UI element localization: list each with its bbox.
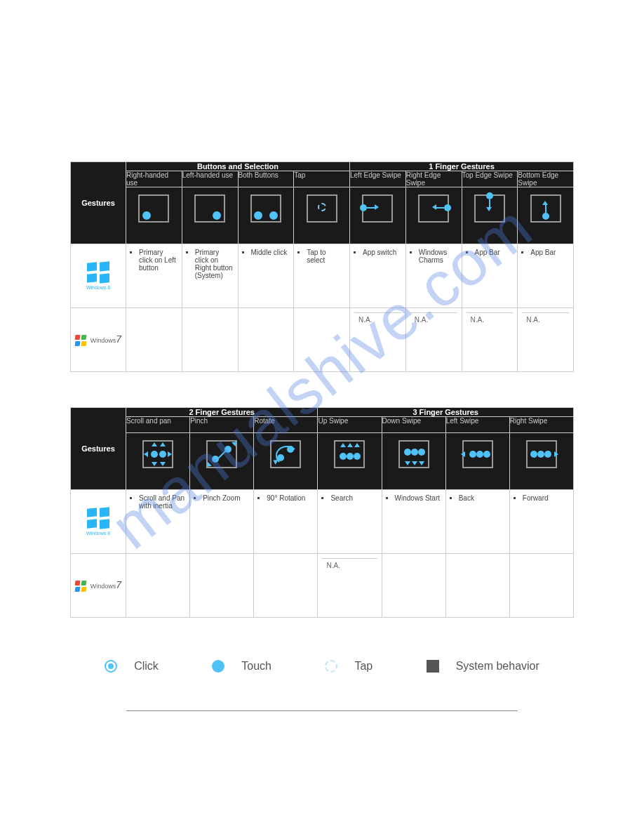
gesture-icon-down-swipe — [382, 433, 445, 490]
behavior-cell — [294, 308, 350, 372]
windows7-logo-icon: Windows7 — [75, 579, 121, 591]
gestures-row-label: Gestures — [71, 162, 126, 244]
os-windows8-cell: Windows 8 — [71, 490, 126, 554]
legend-click: Click — [92, 660, 171, 673]
behavior-cell: Windows Start — [382, 490, 445, 554]
gesture-icon-up-swipe — [318, 433, 382, 490]
gesture-icon-bottom-edge-swipe — [518, 187, 574, 244]
gesture-icon-both-buttons — [238, 187, 294, 244]
behavior-cell: App Bar — [462, 244, 518, 308]
behavior-cell: Windows Charms — [405, 244, 462, 308]
behavior-cell: N.A. — [350, 308, 406, 372]
behavior-cell — [254, 554, 318, 618]
behavior-cell: Middle click — [238, 244, 294, 308]
column-header: Top Edge Swipe — [462, 171, 518, 187]
gesture-icon-tap — [294, 187, 350, 244]
behavior-cell: Scroll and Pan with inertia — [126, 490, 190, 554]
legend-row: Click Touch Tap System behavior — [70, 653, 574, 696]
gesture-icon-right-handed — [126, 187, 182, 244]
gesture-table-1: Gestures Buttons and Selection 1 Finger … — [70, 161, 574, 372]
windows8-logo-icon — [87, 508, 109, 528]
group-header: 1 Finger Gestures — [350, 162, 574, 171]
group-header: 3 Finger Gestures — [318, 408, 574, 417]
behavior-cell: N.A. — [462, 308, 518, 372]
column-header: Left-handed use — [182, 171, 238, 187]
behavior-cell — [126, 554, 190, 618]
column-header: Right Edge Swipe — [405, 171, 462, 187]
column-header: Right Swipe — [509, 417, 573, 433]
column-header: Down Swipe — [382, 417, 445, 433]
tap-icon — [325, 660, 337, 673]
behavior-cell: N.A. — [318, 554, 382, 618]
os-label: Windows 8 — [74, 531, 123, 536]
gesture-table-2: Gestures 2 Finger Gestures 3 Finger Gest… — [70, 407, 574, 618]
gestures-row-label: Gestures — [71, 408, 126, 490]
os-windows7-cell: Windows7 — [71, 308, 126, 372]
behavior-cell — [182, 308, 238, 372]
behavior-cell: Primary click on Right button (System) — [182, 244, 238, 308]
touch-icon — [212, 660, 224, 673]
behavior-cell: App Bar — [518, 244, 574, 308]
gesture-icon-left-handed — [182, 187, 238, 244]
behavior-cell: N.A. — [518, 308, 574, 372]
behavior-cell: Back — [445, 490, 509, 554]
gesture-icon-right-edge-swipe — [405, 187, 462, 244]
footer-divider — [126, 710, 518, 711]
behavior-cell — [238, 308, 294, 372]
gesture-icon-right-swipe — [509, 433, 573, 490]
column-header: Rotate — [254, 417, 318, 433]
column-header: Pinch — [190, 417, 254, 433]
column-header: Right-handed use — [126, 171, 182, 187]
column-header: Bottom Edge Swipe — [518, 171, 574, 187]
behavior-cell: App switch — [350, 244, 406, 308]
os-windows7-cell: Windows7 — [71, 554, 126, 618]
column-header: Tap — [294, 171, 350, 187]
gesture-icon-rotate — [254, 433, 318, 490]
column-header: Both Buttons — [238, 171, 294, 187]
click-icon — [105, 660, 117, 673]
behavior-cell — [190, 554, 254, 618]
column-header: Left Swipe — [445, 417, 509, 433]
system-bullet-icon — [427, 660, 439, 673]
behavior-cell: 90° Rotation — [254, 490, 318, 554]
windows7-logo-icon: Windows7 — [75, 333, 121, 345]
gesture-icon-left-swipe — [445, 433, 509, 490]
group-header: 2 Finger Gestures — [126, 408, 318, 417]
os-label: Windows 8 — [74, 285, 123, 290]
gesture-icon-scroll-pan — [126, 433, 190, 490]
column-header: Scroll and pan — [126, 417, 190, 433]
gesture-icon-left-edge-swipe — [350, 187, 406, 244]
legend-tap: Tap — [312, 660, 385, 673]
behavior-cell: Primary click on Left button — [126, 244, 182, 308]
gesture-icon-pinch — [190, 433, 254, 490]
behavior-cell: N.A. — [405, 308, 462, 372]
behavior-cell — [509, 554, 573, 618]
os-windows8-cell: Windows 8 — [71, 244, 126, 308]
legend-system: System behavior — [414, 660, 552, 673]
behavior-cell — [126, 308, 182, 372]
column-header: Left Edge Swipe — [350, 171, 406, 187]
behavior-cell: Tap to select — [294, 244, 350, 308]
windows8-logo-icon — [87, 263, 109, 282]
behavior-cell: Pinch Zoom — [190, 490, 254, 554]
column-header: Up Swipe — [318, 417, 382, 433]
legend-touch: Touch — [199, 660, 284, 673]
behavior-cell: Search — [318, 490, 382, 554]
behavior-cell — [445, 554, 509, 618]
behavior-cell: Forward — [509, 490, 573, 554]
group-header: Buttons and Selection — [126, 162, 350, 171]
gesture-icon-top-edge-swipe — [462, 187, 518, 244]
behavior-cell — [382, 554, 445, 618]
